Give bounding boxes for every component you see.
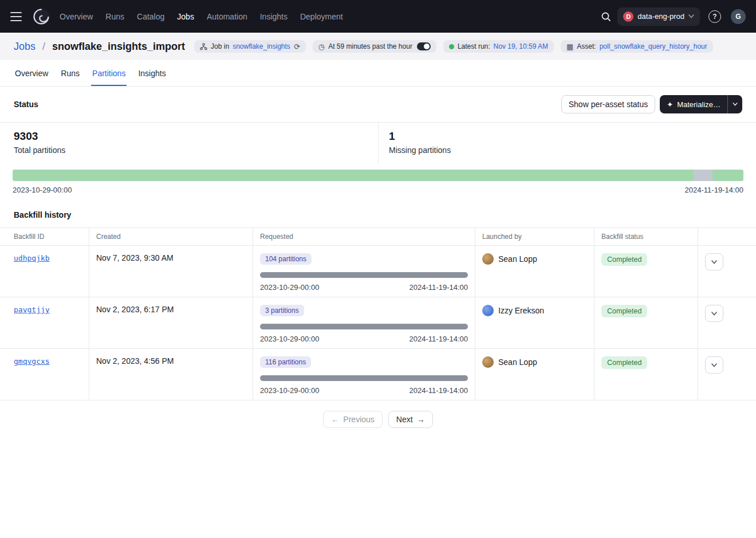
breadcrumb-separator: /	[42, 41, 45, 53]
col-backfill-id: Backfill ID	[0, 228, 89, 246]
deployment-badge: D	[623, 11, 633, 22]
status-badge: Completed	[601, 356, 647, 369]
schedule-toggle[interactable]	[417, 42, 431, 50]
refresh-icon[interactable]: ⟳	[294, 43, 300, 50]
asset-link[interactable]: poll_snowflake_query_history_hour	[600, 42, 707, 50]
page-title: snowflake_insights_import	[52, 41, 185, 53]
main-nav: Overview Runs Catalog Jobs Automation In…	[60, 12, 343, 21]
nav-item-overview[interactable]: Overview	[60, 12, 93, 21]
user-avatar[interactable]: G	[731, 9, 746, 24]
total-partitions-stat: 9303 Total partitions	[0, 123, 378, 164]
backfill-range-end: 2024-11-19-14:00	[410, 335, 468, 343]
status-badge: Completed	[601, 305, 647, 317]
col-backfill-status: Backfill status	[594, 228, 698, 246]
sparkle-icon: ✦	[667, 100, 673, 109]
table-row: udhpqjkb	[0, 246, 89, 297]
materialize-split-button: ✦ Materialize…	[660, 95, 742, 113]
next-page-button[interactable]: Next →	[388, 411, 433, 428]
schedule-badge: ◷ At 59 minutes past the hour	[313, 40, 436, 53]
missing-partitions-label: Missing partitions	[389, 146, 742, 155]
search-icon[interactable]	[597, 7, 615, 26]
status-cell: Completed	[594, 297, 698, 349]
partition-count-chip: 104 partitions	[260, 253, 312, 265]
missing-partitions-value: 1	[389, 130, 742, 143]
breadcrumb-jobs-link[interactable]: Jobs	[14, 41, 36, 53]
job-tabs: Overview Runs Partitions Insights	[0, 60, 756, 87]
col-launched-by: Launched by	[475, 228, 594, 246]
row-menu-button[interactable]	[705, 253, 723, 270]
backfill-range-end: 2024-11-19-14:00	[410, 283, 468, 292]
col-requested: Requested	[253, 228, 475, 246]
launched-by-cell: Sean Lopp	[475, 246, 594, 297]
backfill-progress-bar	[260, 272, 468, 278]
partition-count-chip: 3 partitions	[260, 305, 304, 316]
schedule-label: At 59 minutes past the hour	[328, 42, 412, 50]
show-per-asset-status-button[interactable]: Show per-asset status	[561, 95, 656, 113]
nav-item-catalog[interactable]: Catalog	[137, 12, 164, 21]
missing-partition-segment[interactable]	[694, 170, 712, 181]
total-partitions-label: Total partitions	[14, 146, 364, 155]
partition-health-bar[interactable]	[13, 170, 743, 181]
help-icon[interactable]: ?	[706, 7, 724, 26]
job-in-badge: Job in snowflake_insights ⟳	[194, 40, 306, 53]
actions-cell	[698, 246, 756, 297]
materialize-dropdown-button[interactable]	[727, 95, 742, 113]
user-avatar-icon	[482, 356, 494, 368]
nav-item-jobs[interactable]: Jobs	[177, 12, 194, 21]
tab-overview[interactable]: Overview	[14, 60, 49, 86]
partition-range: 2023-10-29-00:00 2024-11-19-14:00	[13, 186, 743, 194]
backfill-id-link[interactable]: gmqvgcxs	[14, 357, 50, 366]
tab-runs[interactable]: Runs	[60, 60, 81, 86]
nav-left: Overview Runs Catalog Jobs Automation In…	[10, 6, 343, 27]
pagination: ← Previous Next →	[0, 411, 756, 428]
backfill-progress-bar	[260, 324, 468, 329]
backfill-id-link[interactable]: udhpqjkb	[14, 254, 50, 262]
job-in-link[interactable]: snowflake_insights	[233, 42, 290, 50]
backfill-progress-bar	[260, 375, 468, 381]
previous-page-button[interactable]: ← Previous	[323, 411, 382, 428]
chevron-down-icon	[711, 312, 717, 316]
latest-run-badge: Latest run: Nov 19, 10:59 AM	[443, 40, 554, 53]
job-graph-icon	[200, 43, 207, 50]
row-menu-button[interactable]	[705, 305, 723, 322]
backfill-range-start: 2023-10-29-00:00	[260, 283, 319, 292]
actions-cell	[698, 349, 756, 400]
deployment-switcher[interactable]: D data-eng-prod	[617, 7, 700, 26]
job-header: Jobs / snowflake_insights_import Job in …	[0, 33, 756, 60]
partition-stats: 9303 Total partitions 1 Missing partitio…	[0, 122, 756, 164]
launched-by-name: Sean Lopp	[498, 358, 537, 367]
total-partitions-value: 9303	[14, 130, 364, 143]
nav-item-insights[interactable]: Insights	[260, 12, 288, 21]
chevron-down-icon	[711, 363, 717, 367]
chevron-down-icon	[733, 103, 738, 106]
launched-by-cell: Izzy Erekson	[475, 297, 594, 349]
materialize-button[interactable]: ✦ Materialize…	[660, 95, 727, 113]
asset-grid-icon: ▦	[566, 43, 573, 50]
launched-by-name: Sean Lopp	[498, 254, 537, 264]
backfill-id-link[interactable]: pavgtjjy	[14, 305, 50, 314]
hamburger-menu-icon[interactable]	[10, 11, 25, 22]
status-cell: Completed	[594, 246, 698, 297]
status-section-header: Status Show per-asset status ✦ Materiali…	[0, 87, 756, 122]
status-badge: Completed	[601, 253, 647, 266]
row-menu-button[interactable]	[705, 356, 723, 374]
arrow-right-icon: →	[417, 415, 425, 424]
dagster-logo-icon[interactable]	[31, 6, 52, 27]
latest-run-link[interactable]: Nov 19, 10:59 AM	[494, 42, 548, 50]
tab-partitions[interactable]: Partitions	[91, 60, 127, 86]
requested-cell: 3 partitions 2023-10-29-00:00 2024-11-19…	[253, 297, 475, 349]
tab-insights[interactable]: Insights	[137, 60, 167, 86]
nav-right: D data-eng-prod ? G	[597, 7, 746, 26]
nav-item-runs[interactable]: Runs	[105, 12, 124, 21]
user-avatar-icon	[482, 253, 494, 265]
launched-by-cell: Sean Lopp	[475, 349, 594, 400]
requested-cell: 116 partitions 2023-10-29-00:00 2024-11-…	[253, 349, 475, 400]
created-cell: Nov 7, 2023, 9:30 AM	[89, 246, 253, 297]
top-nav: Overview Runs Catalog Jobs Automation In…	[0, 0, 756, 33]
nav-item-automation[interactable]: Automation	[207, 12, 247, 21]
status-actions: Show per-asset status ✦ Materialize…	[561, 95, 742, 113]
materialize-label: Materialize…	[677, 100, 720, 109]
page: Overview Runs Catalog Jobs Automation In…	[0, 0, 756, 538]
nav-item-deployment[interactable]: Deployment	[300, 12, 343, 21]
chevron-down-icon	[711, 260, 717, 264]
